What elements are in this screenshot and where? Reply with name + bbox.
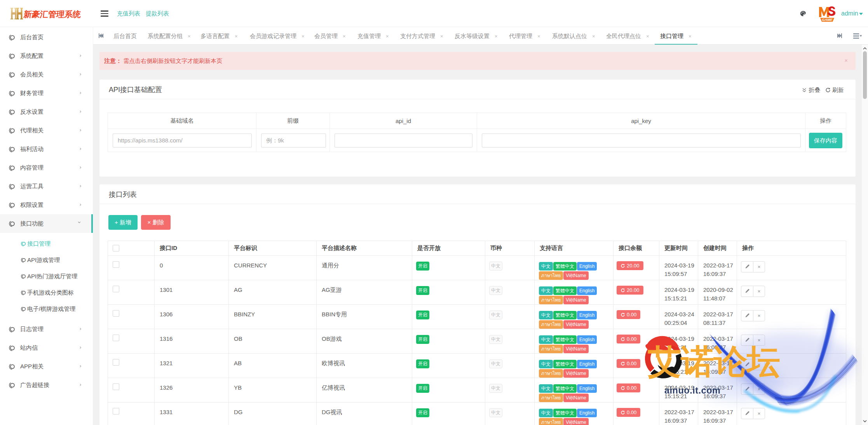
svg-text:GAME: GAME	[822, 18, 833, 22]
